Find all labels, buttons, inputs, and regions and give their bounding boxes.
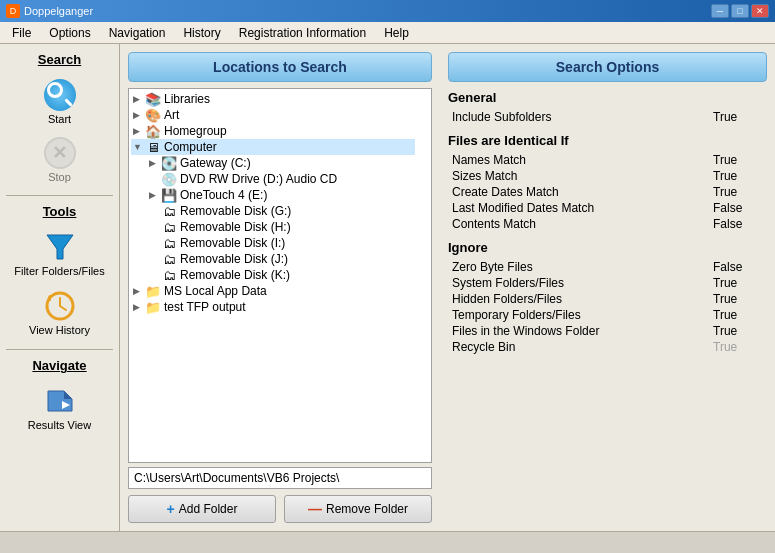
options-row[interactable]: Hidden Folders/FilesTrue — [448, 291, 767, 307]
options-content: General Include SubfoldersTrue Files are… — [448, 90, 767, 523]
tree-toggle[interactable]: ▶ — [133, 94, 145, 104]
tree-item-label: Removable Disk (H:) — [180, 220, 291, 234]
option-value: True — [713, 153, 763, 167]
menu-registration[interactable]: Registration Information — [231, 24, 374, 42]
option-key: Include Subfolders — [452, 110, 551, 124]
tree-folder-icon: 💾 — [161, 188, 177, 202]
tree-folder-icon: 🗂 — [161, 220, 177, 234]
bottom-buttons: + Add Folder — Remove Folder — [128, 495, 432, 523]
menu-options[interactable]: Options — [41, 24, 98, 42]
options-row[interactable]: Names MatchTrue — [448, 152, 767, 168]
start-icon — [44, 79, 76, 111]
options-row[interactable]: System Folders/FilesTrue — [448, 275, 767, 291]
add-folder-button[interactable]: + Add Folder — [128, 495, 276, 523]
path-display: C:\Users\Art\Documents\VB6 Projects\ — [128, 467, 432, 489]
menu-file[interactable]: File — [4, 24, 39, 42]
options-row[interactable]: Recycle BinTrue — [448, 339, 767, 355]
tree-item-label: Libraries — [164, 92, 210, 106]
options-row[interactable]: Include SubfoldersTrue — [448, 109, 767, 125]
view-history-button[interactable]: View History — [4, 286, 115, 341]
tree-toggle[interactable]: ▶ — [133, 286, 145, 296]
menu-history[interactable]: History — [175, 24, 228, 42]
tree-item-label: Removable Disk (K:) — [180, 268, 290, 282]
divider-2 — [6, 349, 113, 350]
results-view-button[interactable]: Results View — [4, 381, 115, 436]
option-key: System Folders/Files — [452, 276, 564, 290]
option-key: Files in the Windows Folder — [452, 324, 599, 338]
tree-toggle[interactable]: ▶ — [133, 302, 145, 312]
tree-toggle[interactable]: ▶ — [149, 158, 161, 168]
tree-folder-icon: 💿 — [161, 172, 177, 186]
option-key: Names Match — [452, 153, 526, 167]
svg-marker-2 — [48, 391, 72, 411]
tree-item[interactable]: 🗂Removable Disk (I:) — [131, 235, 415, 251]
tree-folder-icon: 🗂 — [161, 252, 177, 266]
options-row[interactable]: Contents MatchFalse — [448, 216, 767, 232]
tree-folder-icon: 🗂 — [161, 236, 177, 250]
tree-item[interactable]: ▶📁test TFP output — [131, 299, 415, 315]
plus-icon: + — [167, 501, 175, 517]
navigate-section-header: Navigate — [4, 358, 115, 373]
tree-item-label: Homegroup — [164, 124, 227, 138]
tree-item[interactable]: 🗂Removable Disk (H:) — [131, 219, 415, 235]
tree-item[interactable]: ▶📁MS Local App Data — [131, 283, 415, 299]
start-button[interactable]: Start — [4, 75, 115, 129]
maximize-button[interactable]: □ — [731, 4, 749, 18]
tree-item[interactable]: 🗂Removable Disk (J:) — [131, 251, 415, 267]
tree-item-label: Gateway (C:) — [180, 156, 251, 170]
filter-icon — [44, 231, 76, 263]
options-row[interactable]: Last Modified Dates MatchFalse — [448, 200, 767, 216]
tree-item[interactable]: 🗂Removable Disk (K:) — [131, 267, 415, 283]
option-key: Zero Byte Files — [452, 260, 533, 274]
options-row[interactable]: Zero Byte FilesFalse — [448, 259, 767, 275]
tree-item[interactable]: ▶💾OneTouch 4 (E:) — [131, 187, 415, 203]
locations-title: Locations to Search — [128, 52, 432, 82]
general-rows: Include SubfoldersTrue — [448, 109, 767, 125]
tree-toggle[interactable]: ▶ — [149, 190, 161, 200]
filter-button[interactable]: Filter Folders/Files — [4, 227, 115, 282]
tree-item[interactable]: ▶💽Gateway (C:) — [131, 155, 415, 171]
tree-folder-icon: 🗂 — [161, 204, 177, 218]
history-icon — [44, 290, 76, 322]
ignore-section-label: Ignore — [448, 240, 767, 255]
search-options-title: Search Options — [448, 52, 767, 82]
option-value: True — [713, 185, 763, 199]
options-row[interactable]: Files in the Windows FolderTrue — [448, 323, 767, 339]
tree-folder-icon: 📁 — [145, 284, 161, 298]
search-section-header: Search — [4, 52, 115, 67]
tree-item[interactable]: ▼🖥Computer — [131, 139, 415, 155]
options-row[interactable]: Temporary Folders/FilesTrue — [448, 307, 767, 323]
tree-item[interactable]: ▶🎨Art — [131, 107, 415, 123]
menu-navigation[interactable]: Navigation — [101, 24, 174, 42]
option-value: True — [713, 292, 763, 306]
ignore-rows: Zero Byte FilesFalseSystem Folders/Files… — [448, 259, 767, 355]
option-value: True — [713, 324, 763, 338]
tree-item-label: test TFP output — [164, 300, 246, 314]
filter-label: Filter Folders/Files — [14, 265, 104, 278]
tree-toggle[interactable]: ▶ — [133, 110, 145, 120]
tree-item-label: Art — [164, 108, 179, 122]
close-button[interactable]: ✕ — [751, 4, 769, 18]
menu-help[interactable]: Help — [376, 24, 417, 42]
tree-item[interactable]: ▶🏠Homegroup — [131, 123, 415, 139]
option-value: True — [713, 110, 763, 124]
history-label: View History — [29, 324, 90, 337]
results-icon — [44, 385, 76, 417]
tree-item[interactable]: 💿DVD RW Drive (D:) Audio CD — [131, 171, 415, 187]
stop-button[interactable]: ✕ Stop — [4, 133, 115, 187]
tree-item-label: Removable Disk (G:) — [180, 204, 291, 218]
tree-item[interactable]: 🗂Removable Disk (G:) — [131, 203, 415, 219]
stop-icon: ✕ — [44, 137, 76, 169]
options-row[interactable]: Sizes MatchTrue — [448, 168, 767, 184]
tree-item[interactable]: ▶📚Libraries — [131, 91, 415, 107]
options-row[interactable]: Create Dates MatchTrue — [448, 184, 767, 200]
tree-toggle[interactable]: ▼ — [133, 142, 145, 152]
option-key: Create Dates Match — [452, 185, 559, 199]
tree-container[interactable]: ▶📚Libraries▶🎨Art▶🏠Homegroup▼🖥Computer▶💽G… — [128, 88, 432, 463]
tree-item-label: Removable Disk (J:) — [180, 252, 288, 266]
tree-toggle[interactable]: ▶ — [133, 126, 145, 136]
minimize-button[interactable]: ─ — [711, 4, 729, 18]
app-title: Doppelganger — [24, 5, 93, 17]
tree-item-label: OneTouch 4 (E:) — [180, 188, 267, 202]
remove-folder-button[interactable]: — Remove Folder — [284, 495, 432, 523]
